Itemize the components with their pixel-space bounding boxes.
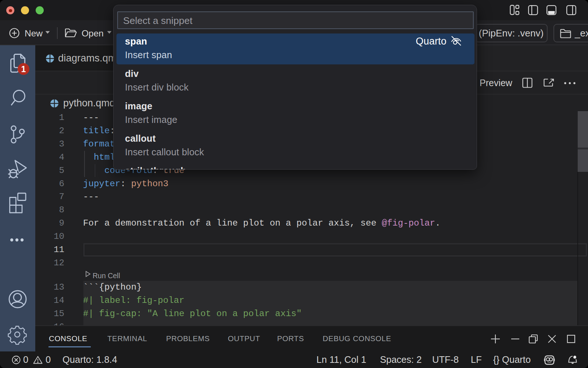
svg-text:1: 1 bbox=[21, 64, 26, 74]
